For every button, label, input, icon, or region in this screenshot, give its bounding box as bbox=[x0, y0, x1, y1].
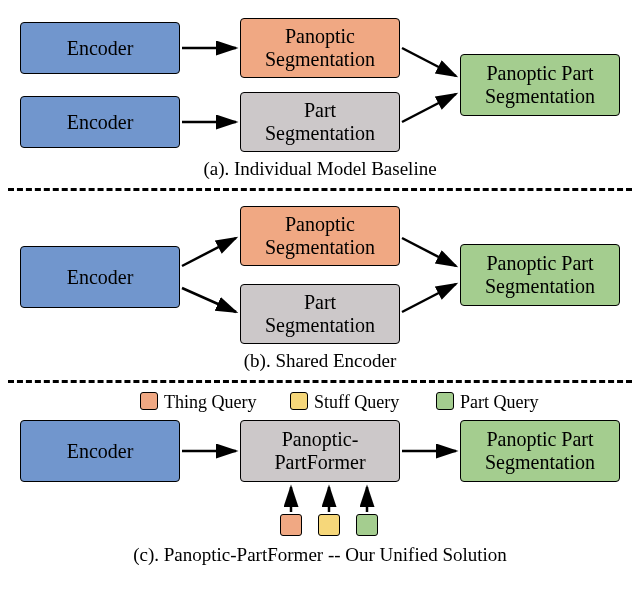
caption-c: (c). Panoptic-PartFormer -- Our Unified … bbox=[0, 544, 640, 566]
legend-stuff-swatch bbox=[290, 392, 308, 410]
partformer-box: Panoptic- PartFormer bbox=[240, 420, 400, 482]
partformer-label: Panoptic- PartFormer bbox=[274, 428, 365, 474]
svg-line-6 bbox=[402, 238, 456, 266]
result-box-c: Panoptic Part Segmentation bbox=[460, 420, 620, 482]
legend-thing-swatch bbox=[140, 392, 158, 410]
encoder-label: Encoder bbox=[67, 266, 134, 289]
part-label: Part Segmentation bbox=[265, 99, 375, 145]
legend-stuff-label: Stuff Query bbox=[314, 392, 399, 413]
part-label: Part Segmentation bbox=[265, 291, 375, 337]
legend-thing-label: Thing Query bbox=[164, 392, 256, 413]
part-box-a: Part Segmentation bbox=[240, 92, 400, 152]
caption-b: (b). Shared Encoder bbox=[0, 350, 640, 372]
legend-part-label: Part Query bbox=[460, 392, 538, 413]
result-label: Panoptic Part Segmentation bbox=[485, 62, 595, 108]
thing-query-input bbox=[280, 514, 302, 536]
result-label: Panoptic Part Segmentation bbox=[485, 428, 595, 474]
panoptic-label: Panoptic Segmentation bbox=[265, 213, 375, 259]
panel-b: Encoder Panoptic Segmentation Part Segme… bbox=[0, 196, 640, 386]
panoptic-label: Panoptic Segmentation bbox=[265, 25, 375, 71]
divider-1 bbox=[8, 188, 632, 191]
svg-line-3 bbox=[402, 94, 456, 122]
encoder-label: Encoder bbox=[67, 440, 134, 463]
legend-part-swatch bbox=[436, 392, 454, 410]
result-box-a: Panoptic Part Segmentation bbox=[460, 54, 620, 116]
caption-a: (a). Individual Model Baseline bbox=[0, 158, 640, 180]
svg-line-4 bbox=[182, 238, 236, 266]
part-box-b: Part Segmentation bbox=[240, 284, 400, 344]
encoder-box-c: Encoder bbox=[20, 420, 180, 482]
encoder-label: Encoder bbox=[67, 37, 134, 60]
encoder-box-a1: Encoder bbox=[20, 22, 180, 74]
result-label: Panoptic Part Segmentation bbox=[485, 252, 595, 298]
part-query-input bbox=[356, 514, 378, 536]
panel-a: Encoder Encoder Panoptic Segmentation Pa… bbox=[0, 0, 640, 195]
svg-line-7 bbox=[402, 284, 456, 312]
encoder-box-b: Encoder bbox=[20, 246, 180, 308]
result-box-b: Panoptic Part Segmentation bbox=[460, 244, 620, 306]
svg-line-5 bbox=[182, 288, 236, 312]
encoder-label: Encoder bbox=[67, 111, 134, 134]
encoder-box-a2: Encoder bbox=[20, 96, 180, 148]
panel-c: Thing Query Stuff Query Part Query Encod… bbox=[0, 388, 640, 590]
panoptic-box-a: Panoptic Segmentation bbox=[240, 18, 400, 78]
panoptic-box-b: Panoptic Segmentation bbox=[240, 206, 400, 266]
stuff-query-input bbox=[318, 514, 340, 536]
divider-2 bbox=[8, 380, 632, 383]
svg-line-2 bbox=[402, 48, 456, 76]
